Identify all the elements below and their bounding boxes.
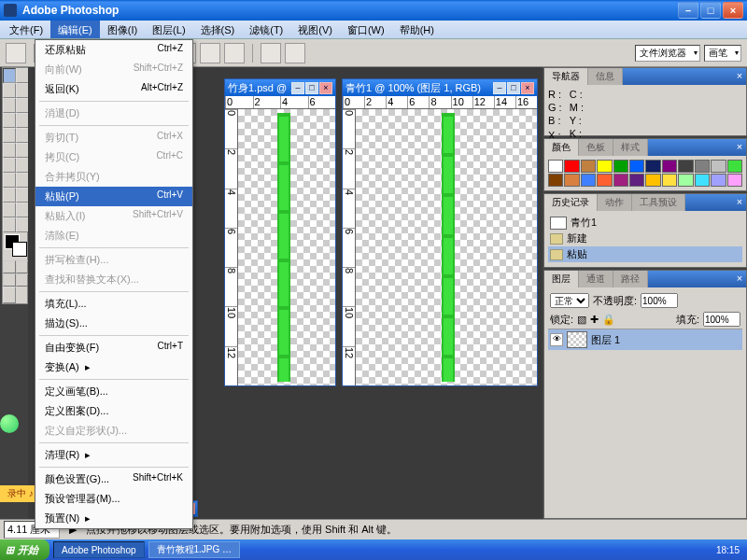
system-tray-clock[interactable]: 18:15: [709, 545, 747, 555]
screenmode-toggle[interactable]: [3, 273, 29, 287]
swatch[interactable]: [695, 174, 710, 187]
lock-all-icon[interactable]: 🔒: [602, 314, 615, 326]
menu-item[interactable]: 返回(K)Alt+Ctrl+Z: [35, 79, 192, 99]
menu-item[interactable]: 预置(N): [35, 509, 192, 528]
swatch[interactable]: [548, 174, 563, 187]
align-bottom-icon[interactable]: [224, 43, 245, 63]
minimize-button[interactable]: –: [678, 2, 698, 19]
swatch[interactable]: [613, 160, 628, 173]
fill-input[interactable]: [703, 312, 740, 327]
hand-tool[interactable]: [3, 217, 16, 232]
tab-swatches[interactable]: 色板: [579, 139, 613, 156]
doc1-max-button[interactable]: □: [305, 82, 318, 94]
move-tool-preset-icon[interactable]: [6, 43, 26, 63]
background-swatch[interactable]: [12, 242, 27, 257]
brush-tool[interactable]: [16, 113, 29, 128]
swatch[interactable]: [564, 160, 579, 173]
doc2-max-button[interactable]: □: [507, 82, 520, 94]
tab-color[interactable]: 颜色: [544, 139, 579, 156]
document-window-2[interactable]: 青竹1 @ 100% (图层 1, RGB) – □ × 02468101214…: [342, 78, 538, 386]
slice-tool[interactable]: [16, 98, 29, 113]
doc1-header[interactable]: 竹身1.psd @ … – □ ×: [225, 79, 335, 96]
palette-close-icon[interactable]: ×: [733, 273, 746, 286]
swatch[interactable]: [645, 174, 660, 187]
tab-history[interactable]: 历史记录: [544, 194, 598, 211]
menu-选择[interactable]: 选择(S): [193, 21, 243, 38]
tab-channels[interactable]: 通道: [579, 271, 613, 287]
blend-mode-select[interactable]: 正常: [550, 293, 589, 308]
menu-item[interactable]: 粘贴(P)Ctrl+V: [35, 187, 192, 206]
menu-编辑[interactable]: 编辑(E): [50, 21, 100, 38]
swatch[interactable]: [727, 174, 742, 187]
tab-info[interactable]: 信息: [588, 68, 623, 85]
lock-pixels-icon[interactable]: ▧: [577, 314, 586, 326]
document-window-1[interactable]: 竹身1.psd @ … – □ × 0246 024681012: [224, 78, 336, 386]
gradient-tool[interactable]: [16, 143, 29, 158]
tab-navigator[interactable]: 导航器: [544, 68, 588, 85]
color-swatches[interactable]: [3, 232, 29, 260]
swatch[interactable]: [597, 160, 612, 173]
swatch[interactable]: [662, 174, 677, 187]
doc2-header[interactable]: 青竹1 @ 100% (图层 1, RGB) – □ ×: [343, 79, 537, 96]
menu-窗口[interactable]: 窗口(W): [340, 21, 392, 38]
swatch[interactable]: [678, 160, 693, 173]
eyedropper-tool[interactable]: [16, 203, 29, 217]
eraser-tool[interactable]: [3, 143, 16, 158]
swatch[interactable]: [564, 174, 579, 187]
swatch[interactable]: [581, 160, 596, 173]
quickmask-toggle[interactable]: [3, 260, 29, 273]
palette-close-icon[interactable]: ×: [733, 141, 746, 154]
doc2-close-button[interactable]: ×: [521, 82, 534, 94]
imageready-button[interactable]: [3, 287, 16, 303]
file-browser-dropdown[interactable]: 文件浏览器: [635, 45, 700, 62]
menu-item[interactable]: 清理(R): [35, 445, 192, 465]
menu-item[interactable]: 还原粘贴Ctrl+Z: [35, 40, 192, 60]
swatch[interactable]: [645, 160, 660, 173]
distribute-v-icon[interactable]: [285, 43, 305, 63]
tab-layers[interactable]: 图层: [544, 271, 579, 287]
zoom-tool[interactable]: [16, 217, 29, 232]
menu-item[interactable]: 定义画笔(B)...: [35, 382, 192, 401]
swatch[interactable]: [711, 174, 726, 187]
swatch[interactable]: [548, 160, 563, 173]
menu-视图[interactable]: 视图(V): [290, 21, 340, 38]
swatch[interactable]: [613, 174, 628, 187]
swatch[interactable]: [662, 160, 677, 173]
menu-item[interactable]: 变换(A): [35, 357, 192, 377]
swatch[interactable]: [678, 174, 693, 187]
healing-tool[interactable]: [3, 113, 16, 128]
lock-position-icon[interactable]: ✚: [590, 314, 599, 326]
taskbar-task[interactable]: Adobe Photoshop: [53, 541, 145, 558]
lasso-tool[interactable]: [3, 83, 16, 98]
menu-帮助[interactable]: 帮助(H): [392, 21, 442, 38]
menu-文件[interactable]: 文件(F): [2, 21, 50, 38]
close-button[interactable]: ×: [723, 2, 743, 19]
menu-图像[interactable]: 图像(I): [100, 21, 145, 38]
align-middle-icon[interactable]: [200, 43, 220, 63]
menu-图层[interactable]: 图层(L): [145, 21, 192, 38]
swatch[interactable]: [597, 174, 612, 187]
shape-tool[interactable]: [16, 188, 29, 203]
menu-item[interactable]: 颜色设置(G)...Shift+Ctrl+K: [35, 469, 192, 489]
maximize-button[interactable]: □: [700, 2, 721, 19]
marquee-tool[interactable]: [16, 68, 29, 83]
doc2-min-button[interactable]: –: [493, 82, 506, 94]
menu-item[interactable]: 定义图案(D)...: [35, 401, 192, 421]
swatch[interactable]: [711, 160, 726, 173]
palette-close-icon[interactable]: ×: [733, 70, 746, 83]
pen-tool[interactable]: [3, 188, 16, 203]
dodge-tool[interactable]: [16, 158, 29, 173]
stamp-tool[interactable]: [3, 128, 16, 143]
menu-item[interactable]: 描边(S)...: [35, 314, 192, 333]
assistant-bubble-icon[interactable]: [0, 414, 19, 433]
distribute-h-icon[interactable]: [261, 43, 281, 63]
tab-styles[interactable]: 样式: [613, 139, 648, 156]
history-step[interactable]: 新建: [548, 231, 742, 246]
layer-name[interactable]: 图层 1: [591, 333, 620, 347]
history-snapshot[interactable]: 青竹1: [548, 215, 742, 231]
notes-tool[interactable]: [3, 203, 16, 217]
taskbar-task[interactable]: 青竹教程1.JPG …: [148, 541, 241, 558]
menu-item[interactable]: 自由变换(F)Ctrl+T: [35, 338, 192, 357]
crop-tool[interactable]: [3, 98, 16, 113]
swatch[interactable]: [629, 160, 644, 173]
